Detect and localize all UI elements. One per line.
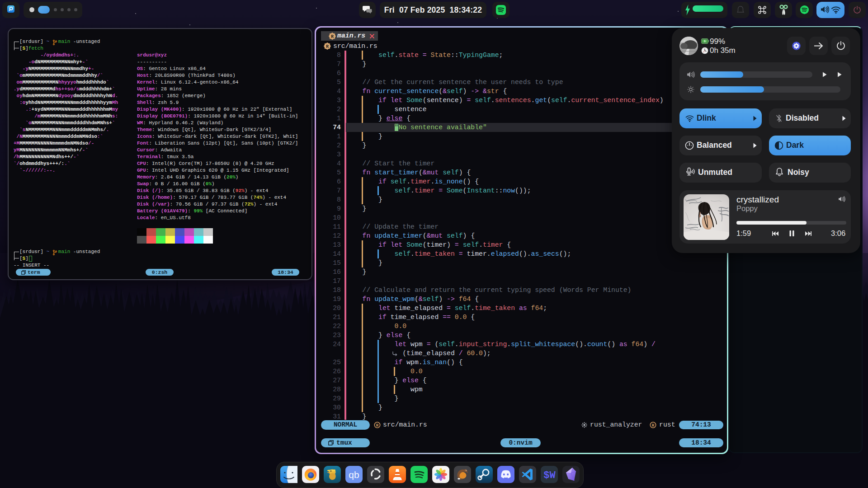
svg-text:R: R [326,44,329,49]
svg-text:R: R [652,423,655,428]
svg-text:R: R [376,423,379,428]
svg-text:qb: qb [349,469,359,480]
svg-text:$W: $W [543,470,556,481]
svg-text:R: R [331,34,334,39]
